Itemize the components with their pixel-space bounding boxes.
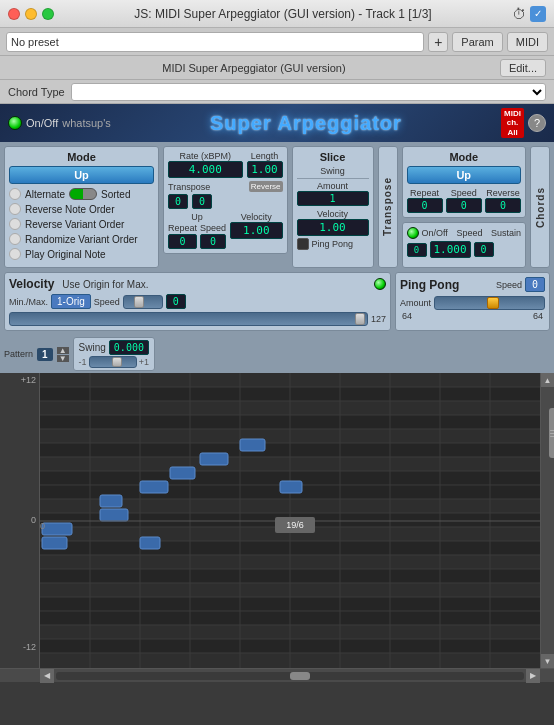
transpose-val1[interactable]: 0 — [168, 194, 188, 209]
param-button[interactable]: Param — [452, 32, 502, 52]
velocity-thumb[interactable] — [355, 313, 365, 325]
preset-select[interactable] — [6, 32, 424, 52]
speed-vel-slider[interactable] — [123, 295, 163, 309]
minimize-button[interactable] — [25, 8, 37, 20]
midi-button[interactable]: MIDI — [507, 32, 548, 52]
edit-button[interactable]: Edit... — [500, 59, 546, 77]
scroll-left-arrow[interactable]: ◀ — [40, 669, 54, 683]
pp-amount-thumb[interactable] — [487, 297, 499, 309]
pp-speed-display[interactable]: 0 — [525, 277, 545, 292]
plugin-title: MIDI Super Arpeggiator (GUI version) — [8, 62, 500, 74]
swing-display[interactable]: 0.000 — [109, 340, 149, 355]
mode-row-play-original: Play Original Note — [9, 248, 154, 260]
title-bar: JS: MIDI Super Arpeggiator (GUI version)… — [0, 0, 554, 28]
vertical-scrollbar[interactable]: ▲ ▼ — [540, 373, 554, 668]
midi-badge: MIDI ch. All — [501, 108, 524, 139]
window-title: JS: MIDI Super Arpeggiator (GUI version)… — [60, 7, 506, 21]
scroll-track-h[interactable] — [56, 672, 524, 680]
close-button[interactable] — [8, 8, 20, 20]
pattern-number[interactable]: 1 — [37, 348, 53, 361]
use-origin-label: Use Origin for Max. — [62, 279, 370, 290]
randomize-radio[interactable] — [9, 233, 21, 245]
swing-thumb[interactable] — [112, 357, 122, 367]
velocity-val-slice[interactable]: 1.00 — [297, 219, 369, 236]
arp-header: On/Off whatsup's Super Arpeggiator MIDI … — [0, 104, 554, 142]
vel-max-val: 127 — [371, 314, 386, 324]
confirm-button[interactable]: ✓ — [530, 6, 546, 22]
speed-vel-thumb[interactable] — [134, 296, 144, 308]
mode-right-up-button[interactable]: Up — [407, 166, 522, 184]
scroll-down-arrow[interactable]: ▼ — [541, 654, 555, 668]
speed-val[interactable]: 0 — [200, 234, 226, 249]
on-off-led[interactable] — [8, 116, 22, 130]
swing-control: Swing 0.000 -1 +1 — [73, 337, 155, 371]
toolbar: + Param MIDI — [0, 28, 554, 56]
onoff-val[interactable]: 0 — [407, 243, 427, 257]
reverse-right-val[interactable]: 0 — [485, 198, 521, 213]
repeat-right-val[interactable]: 0 — [407, 198, 443, 213]
reverse-right-label: Reverse — [485, 188, 521, 198]
min-max-display[interactable]: 1-Orig — [51, 294, 91, 309]
pattern-arrows[interactable]: ▲ ▼ — [57, 347, 69, 362]
grid-area: 19/6 0 — [40, 373, 540, 668]
reverse-note-radio[interactable] — [9, 203, 21, 215]
length-display[interactable]: 1.00 — [247, 161, 283, 178]
sustain-val[interactable]: 0 — [474, 242, 494, 257]
pp-amount-slider[interactable] — [434, 296, 545, 310]
scroll-up-arrow[interactable]: ▲ — [541, 373, 555, 387]
transpose-val2[interactable]: 0 — [192, 194, 212, 209]
reverse-button[interactable]: Reverse — [249, 181, 283, 192]
velocity-title: Velocity — [9, 277, 54, 291]
swing-label-slice: Swing — [297, 166, 369, 176]
pattern-up-arrow[interactable]: ▲ — [57, 347, 69, 354]
svg-rect-46 — [170, 467, 195, 479]
use-origin-led[interactable] — [374, 278, 386, 290]
mode-title: Mode — [9, 151, 154, 163]
play-original-radio[interactable] — [9, 248, 21, 260]
speed-right-val[interactable]: 0 — [446, 198, 482, 213]
pattern-down-arrow[interactable]: ▼ — [57, 355, 69, 362]
chords-vertical-label: Chords — [535, 187, 546, 228]
sustain-label: Sustain — [491, 228, 521, 238]
amount-val-slice[interactable]: 1 — [297, 191, 369, 206]
svg-rect-47 — [140, 537, 160, 549]
speed-right2-val[interactable]: 1.000 — [430, 241, 471, 258]
velocity-slider[interactable] — [9, 312, 368, 326]
rate-display[interactable]: 4.000 — [168, 161, 243, 178]
sorted-label: Sorted — [101, 189, 130, 200]
horizontal-scrollbar-area[interactable]: ◀ ▶ — [0, 668, 554, 682]
reverse-variant-radio[interactable] — [9, 218, 21, 230]
mode-row-randomize: Randomize Variant Order — [9, 233, 154, 245]
sorted-toggle[interactable] — [69, 188, 97, 200]
svg-rect-48 — [200, 453, 228, 465]
on-off-label: On/Off — [26, 117, 58, 129]
scroll-right-arrow[interactable]: ▶ — [526, 669, 540, 683]
velocity-label-slice: Velocity — [297, 209, 369, 219]
add-preset-button[interactable]: + — [428, 32, 448, 52]
fullscreen-button[interactable] — [42, 8, 54, 20]
alternate-radio[interactable] — [9, 188, 21, 200]
svg-text:19/6: 19/6 — [286, 520, 304, 530]
slice-title: Slice — [297, 151, 369, 163]
on-off-control[interactable]: On/Off — [8, 116, 58, 130]
mode-panel: Mode Up Alternate Sorted Reverse Note Or… — [4, 146, 159, 268]
swing-slider[interactable] — [89, 356, 137, 368]
pp-right-val: 64 — [533, 311, 543, 321]
pattern-swing-row: Pattern 1 ▲ ▼ Swing 0.000 -1 +1 — [0, 335, 554, 373]
chords-vertical-panel: Chords — [530, 146, 550, 268]
rate-title: Rate (xBPM) — [168, 151, 243, 161]
speed-vel-val[interactable]: 0 — [166, 294, 186, 309]
swing-min: -1 — [79, 357, 87, 367]
whatsup-label: whatsup's — [62, 117, 111, 129]
repeat-val[interactable]: 0 — [168, 234, 197, 249]
scroll-thumb-h[interactable] — [290, 672, 310, 680]
onoff-right-led[interactable] — [407, 227, 419, 239]
middle-panels: Rate (xBPM) 4.000 Length 1.00 Transpose … — [163, 146, 288, 268]
ping-pong-led[interactable] — [297, 238, 309, 250]
chord-type-select[interactable] — [71, 83, 546, 101]
mode-up-button[interactable]: Up — [9, 166, 154, 184]
reverse-variant-label: Reverse Variant Order — [25, 219, 124, 230]
help-button[interactable]: ? — [528, 114, 546, 132]
svg-rect-50 — [280, 481, 302, 493]
velocity-val-rate[interactable]: 1.00 — [230, 222, 282, 239]
